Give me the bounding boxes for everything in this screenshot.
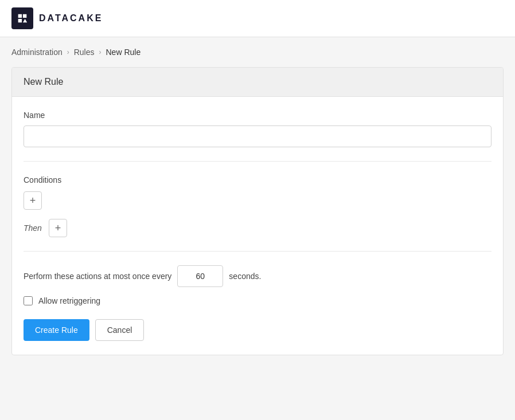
card-body: Name Conditions + Then + Perfo xyxy=(12,97,503,355)
breadcrumb-new-rule: New Rule xyxy=(106,48,141,57)
breadcrumb-separator-2: › xyxy=(99,48,102,56)
card-header: New Rule xyxy=(12,68,503,97)
conditions-label: Conditions xyxy=(24,175,491,185)
breadcrumb-separator-1: › xyxy=(67,48,69,56)
name-label: Name xyxy=(24,111,491,120)
allow-retriggering-checkbox[interactable] xyxy=(24,296,33,305)
add-then-icon: + xyxy=(55,223,61,233)
then-row: Then + xyxy=(24,219,491,237)
create-rule-button[interactable]: Create Rule xyxy=(24,319,89,341)
then-label: Then xyxy=(24,223,42,233)
breadcrumb-rules[interactable]: Rules xyxy=(74,48,95,57)
cancel-button[interactable]: Cancel xyxy=(95,319,145,341)
interval-input[interactable] xyxy=(177,265,223,287)
logo-icon xyxy=(11,7,33,29)
breadcrumb-administration[interactable]: Administration xyxy=(11,48,63,57)
add-condition-button[interactable]: + xyxy=(24,191,42,210)
logo: DATACAKE xyxy=(11,7,103,29)
logo-text: DATACAKE xyxy=(39,13,103,23)
allow-retriggering-label[interactable]: Allow retriggering xyxy=(38,296,100,305)
actions-row: Perform these actions at most once every… xyxy=(24,265,491,287)
add-condition-icon: + xyxy=(30,195,36,206)
actions-section: Perform these actions at most once every… xyxy=(24,265,491,341)
actions-prefix-text: Perform these actions at most once every xyxy=(24,272,171,281)
main-content: New Rule Name Conditions + Then + xyxy=(0,67,515,367)
breadcrumb: Administration › Rules › New Rule xyxy=(0,37,515,67)
add-then-button[interactable]: + xyxy=(49,219,67,237)
conditions-section: Conditions + Then + xyxy=(24,175,491,252)
actions-suffix-text: seconds. xyxy=(229,272,261,281)
name-section: Name xyxy=(24,111,491,162)
form-buttons: Create Rule Cancel xyxy=(24,319,491,341)
name-input[interactable] xyxy=(24,125,491,147)
card-title: New Rule xyxy=(24,77,63,87)
app-header: DATACAKE xyxy=(0,0,515,37)
allow-retriggering-row: Allow retriggering xyxy=(24,296,491,305)
new-rule-card: New Rule Name Conditions + Then + xyxy=(11,67,504,355)
